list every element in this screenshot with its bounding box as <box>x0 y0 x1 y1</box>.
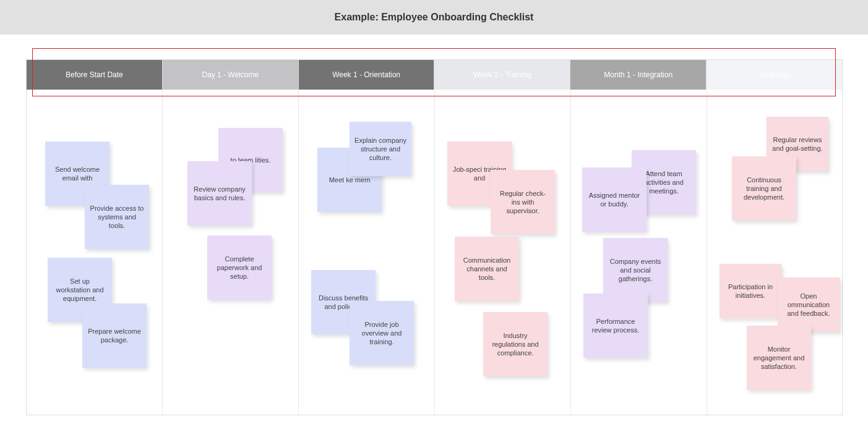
header-ongoing[interactable]: Ongoing <box>707 60 842 90</box>
title-bar: Example: Employee Onboarding Checklist <box>0 0 868 35</box>
note-week2-2[interactable]: Regular check-ins with supervisor. <box>491 170 555 234</box>
note-day1-2[interactable]: Review company basics and rules. <box>187 161 252 226</box>
note-week2-3[interactable]: Communication channels and tools. <box>455 237 519 301</box>
note-week1-4[interactable]: Provide job overview and training. <box>350 301 414 365</box>
note-week2-4[interactable]: Industry regulations and compliance. <box>483 312 548 376</box>
header-before-start[interactable]: Before Start Date <box>27 60 163 90</box>
note-ongoing-2[interactable]: Continuous training and development. <box>732 156 796 221</box>
note-ongoing-5[interactable]: Monitor engagement and satisfaction. <box>747 326 811 390</box>
note-ongoing-4[interactable]: Open ommunication and feedback. <box>778 277 840 332</box>
header-month1[interactable]: Month 1 - Integration <box>570 60 707 90</box>
header-day1[interactable]: Day 1 - Welcome <box>163 60 299 90</box>
note-month1-1[interactable]: Assigned mentor or buddy. <box>582 167 647 232</box>
header-week2[interactable]: Week 2 - Training <box>434 60 570 90</box>
canvas: Example: Employee Onboarding Checklist B… <box>0 0 868 440</box>
column-month1 <box>571 60 707 415</box>
board-title: Example: Employee Onboarding Checklist <box>335 12 534 23</box>
note-ongoing-3[interactable]: Participation in initiatives. <box>720 264 781 318</box>
header-week1[interactable]: Week 1 - Orientation <box>299 60 435 90</box>
note-before-2[interactable]: Provide access to systems and tools. <box>85 185 149 249</box>
note-day1-3[interactable]: Complete paperwork and setup. <box>207 235 272 300</box>
note-month1-4[interactable]: Performance review process. <box>583 294 648 358</box>
note-before-4[interactable]: Prepare welcome package. <box>82 303 147 368</box>
note-month1-3[interactable]: Company events and social gatherings. <box>603 238 668 302</box>
column-headers: Before Start Date Day 1 - Welcome Week 1… <box>27 60 842 90</box>
board[interactable]: Before Start Date Day 1 - Welcome Week 1… <box>26 59 843 415</box>
note-week1-2[interactable]: Explain company structure and culture. <box>350 122 411 176</box>
